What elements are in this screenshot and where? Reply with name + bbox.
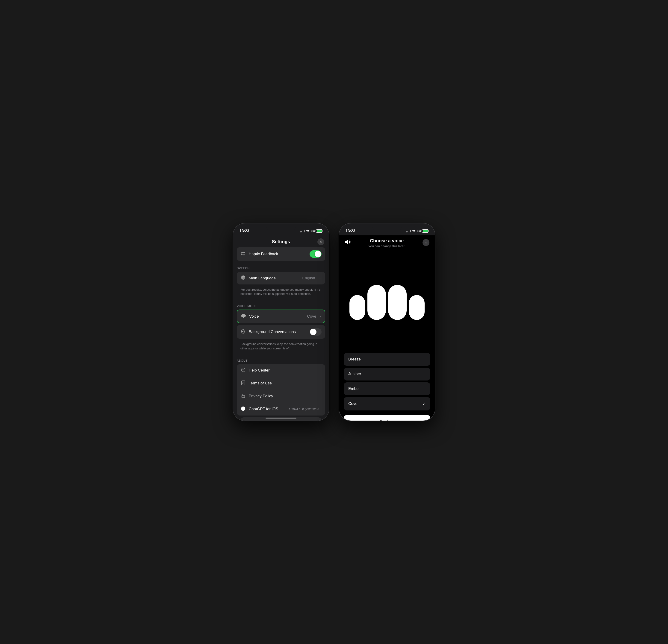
settings-title: Settings <box>272 239 290 245</box>
voice-mode-icon <box>241 313 246 319</box>
terms-icon <box>240 380 246 387</box>
left-status-icons: 100 <box>300 229 322 233</box>
main-language-row[interactable]: Main Language English ⌄ <box>237 272 325 284</box>
breeze-label: Breeze <box>348 357 426 362</box>
speech-section-label: SPEECH <box>233 263 329 272</box>
left-battery-text: 100 <box>311 230 316 233</box>
about-section: ? Help Center <box>233 364 329 415</box>
choose-voice-title: Choose a voice <box>351 238 423 244</box>
svg-point-26 <box>241 407 245 411</box>
right-time: 13:23 <box>346 229 355 233</box>
help-icon: ? <box>240 367 246 374</box>
background-section: Background Conversations Background conv… <box>233 325 329 353</box>
right-home-indicator <box>371 418 403 419</box>
left-battery: 100 <box>311 230 322 233</box>
background-row[interactable]: Background Conversations <box>237 325 325 339</box>
haptic-toggle[interactable] <box>309 250 321 258</box>
terms-row[interactable]: Terms of Use <box>237 377 325 390</box>
privacy-icon <box>240 393 246 399</box>
chatgpt-ios-row: ChatGPT for iOS 1.2024.150 (93263286... <box>237 403 325 415</box>
privacy-label: Privacy Policy <box>249 394 321 398</box>
ember-label: Ember <box>348 387 426 391</box>
cove-selected-checkmark: ✓ <box>422 401 426 406</box>
background-icon <box>240 329 246 335</box>
haptic-row[interactable]: Haptic Feedback <box>237 247 325 261</box>
voice-option-ember[interactable]: Ember <box>344 382 430 395</box>
wifi-icon <box>306 229 309 233</box>
svg-point-28 <box>413 232 414 232</box>
chatgpt-ios-version: 1.2024.150 (93263286... <box>289 407 321 411</box>
right-battery-text: 100 <box>417 230 422 233</box>
voice-option-cove[interactable]: Cove ✓ <box>344 397 430 410</box>
voice-chevron: › <box>320 314 321 318</box>
background-description: Background conversations keep the conver… <box>237 341 325 353</box>
haptic-label: Haptic Feedback <box>249 252 307 256</box>
privacy-row[interactable]: Privacy Policy <box>237 390 325 403</box>
logo-pill-2 <box>367 285 386 320</box>
voice-header-center: Choose a voice You can change this later… <box>351 238 423 248</box>
voice-current-value: Cove <box>307 314 316 319</box>
background-label: Background Conversations <box>249 330 307 334</box>
logo-pill-1 <box>349 295 365 320</box>
haptic-icon <box>240 251 246 257</box>
svg-text:?: ? <box>242 368 244 372</box>
cove-label: Cove <box>348 402 422 406</box>
speech-section: Main Language English ⌄ For best results… <box>233 272 329 299</box>
right-status-icons: 100 <box>406 229 428 233</box>
right-signal-bars-icon <box>406 230 411 232</box>
phones-container: 13:23 100 <box>232 223 436 421</box>
close-icon: × <box>320 240 322 244</box>
svg-point-16 <box>242 331 244 332</box>
voice-option-breeze[interactable]: Breeze <box>344 353 430 366</box>
left-home-indicator <box>265 418 297 419</box>
language-icon <box>240 275 246 281</box>
svg-rect-1 <box>241 252 245 254</box>
voice-header: Choose a voice You can change this later… <box>339 235 435 252</box>
settings-screen: Settings × <box>233 235 329 421</box>
terms-label: Terms of Use <box>249 381 321 386</box>
signal-bars-icon <box>300 230 304 232</box>
left-status-bar: 13:23 100 <box>233 223 329 235</box>
voice-logo-area <box>339 252 435 353</box>
haptic-group: Haptic Feedback <box>237 247 325 261</box>
svg-rect-15 <box>245 315 246 317</box>
left-time: 13:23 <box>240 229 249 233</box>
left-phone: 13:23 100 <box>232 223 329 421</box>
chatgpt-icon <box>240 406 246 412</box>
svg-point-0 <box>307 232 308 232</box>
settings-header: Settings × <box>233 235 329 247</box>
chatgpt-voice-logo <box>349 285 425 320</box>
voice-row[interactable]: Voice Cove › <box>237 310 325 323</box>
background-group: Background Conversations <box>237 325 325 339</box>
choose-voice-subtitle: You can change this later. <box>351 245 423 248</box>
chatgpt-ios-label: ChatGPT for iOS <box>249 407 286 411</box>
confirm-button-label: Confirm <box>379 419 394 421</box>
speech-description: For best results, select the language yo… <box>237 286 325 299</box>
speech-group: Main Language English ⌄ <box>237 272 325 284</box>
haptic-section: Haptic Feedback <box>233 247 329 261</box>
about-section-label: ABOUT <box>233 355 329 364</box>
voice-option-juniper[interactable]: Juniper <box>344 367 430 380</box>
voice-label: Voice <box>249 314 304 319</box>
logo-pill-3 <box>388 285 407 320</box>
svg-rect-12 <box>242 314 243 317</box>
right-battery: 100 <box>417 230 428 233</box>
right-wifi-icon <box>412 229 415 233</box>
juniper-label: Juniper <box>348 372 426 376</box>
voice-close-button[interactable]: × <box>423 239 429 246</box>
help-center-row[interactable]: ? Help Center <box>237 364 325 377</box>
voice-close-icon: × <box>425 241 427 245</box>
svg-rect-25 <box>242 395 245 397</box>
language-value: English <box>302 276 315 281</box>
right-phone: 13:23 100 <box>339 223 436 421</box>
background-toggle[interactable] <box>309 328 321 335</box>
logo-pill-4 <box>409 295 425 320</box>
svg-rect-13 <box>243 314 244 318</box>
speaker-icon <box>345 239 351 246</box>
voice-mode-label: VOICE MODE <box>233 301 329 310</box>
about-group: ? Help Center <box>237 364 325 415</box>
svg-rect-11 <box>242 315 242 317</box>
settings-close-button[interactable]: × <box>317 238 324 245</box>
svg-rect-14 <box>244 315 245 317</box>
voice-screen: Choose a voice You can change this later… <box>339 235 435 421</box>
